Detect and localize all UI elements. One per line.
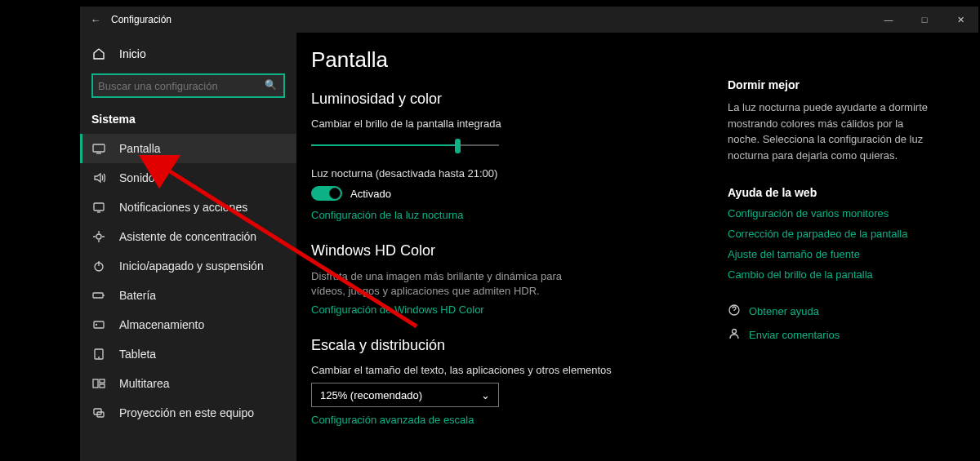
sidebar-item-inicio-apagado[interactable]: Inicio/apagado y suspensión: [80, 251, 296, 281]
scale-section: Escala y distribución Cambiar el tamaño …: [311, 337, 728, 426]
tablet-icon: [91, 348, 106, 361]
get-help-link[interactable]: Obtener ayuda: [728, 304, 932, 319]
advanced-scale-link[interactable]: Configuración avanzada de escala: [311, 414, 728, 426]
sidebar-item-tableta[interactable]: Tableta: [80, 339, 296, 369]
night-light-label: Luz nocturna (desactivada hasta 21:00): [311, 167, 728, 180]
maximize-button[interactable]: □: [906, 7, 942, 33]
search-input[interactable]: [91, 73, 285, 98]
svg-rect-8: [93, 379, 98, 388]
sleep-heading: Dormir mejor: [728, 78, 932, 91]
settings-window: ← Configuración ― □ ✕ Inicio 🔍 Sistema: [80, 7, 978, 461]
svg-point-6: [96, 325, 97, 326]
svg-point-2: [96, 234, 101, 239]
sidebar-item-notificaciones[interactable]: Notificaciones y acciones: [80, 193, 296, 222]
web-help-link-3[interactable]: Cambio del brillo de la pantalla: [728, 268, 932, 281]
night-light-settings-link[interactable]: Configuración de la luz nocturna: [311, 209, 728, 221]
help-icon: [728, 304, 741, 319]
sidebar-item-label: Proyección en este equipo: [119, 406, 254, 419]
main-content: Pantalla Luminosidad y color Cambiar el …: [296, 33, 978, 461]
window-title: Configuración: [111, 14, 172, 25]
sidebar-item-concentracion[interactable]: Asistente de concentración: [80, 222, 296, 251]
brightness-section: Luminosidad y color Cambiar el brillo de…: [311, 91, 728, 221]
svg-point-14: [733, 330, 737, 334]
chevron-down-icon: ⌄: [481, 389, 490, 401]
aside: Dormir mejor La luz nocturna puede ayuda…: [728, 47, 940, 461]
svg-rect-1: [94, 203, 104, 211]
sidebar-item-sonido[interactable]: Sonido: [80, 163, 296, 193]
get-help-label: Obtener ayuda: [749, 305, 819, 317]
hdcolor-settings-link[interactable]: Configuración de Windows HD Color: [311, 304, 728, 316]
feedback-link[interactable]: Enviar comentarios: [728, 327, 932, 343]
toggle-state-label: Activado: [350, 188, 391, 200]
sidebar-item-proyeccion[interactable]: Proyección en este equipo: [80, 398, 296, 428]
close-button[interactable]: ✕: [942, 7, 978, 33]
power-icon: [91, 259, 106, 273]
display-icon: [91, 142, 106, 155]
focus-icon: [91, 230, 106, 243]
sidebar-item-label: Sonido: [119, 171, 155, 184]
svg-rect-10: [100, 384, 105, 388]
project-icon: [91, 406, 106, 419]
svg-rect-9: [100, 379, 105, 383]
minimize-button[interactable]: ―: [871, 7, 906, 33]
sidebar-item-multitarea[interactable]: Multitarea: [80, 369, 296, 398]
sidebar-item-label: Notificaciones y acciones: [119, 201, 247, 214]
back-button[interactable]: ←: [80, 14, 111, 26]
hdcolor-desc: Disfruta de una imagen más brillante y d…: [311, 269, 589, 299]
night-light-toggle[interactable]: [311, 186, 342, 201]
search-icon: 🔍: [265, 79, 277, 91]
web-help-heading: Ayuda de la web: [728, 186, 932, 199]
titlebar: ← Configuración ― □ ✕: [80, 7, 978, 33]
home-icon: [91, 47, 106, 60]
web-help-link-1[interactable]: Corrección de parpadeo de la pantalla: [728, 228, 932, 240]
notifications-icon: [91, 201, 106, 214]
web-help-link-2[interactable]: Ajuste del tamaño de fuente: [728, 248, 932, 260]
web-help-link-0[interactable]: Configuración de varios monitores: [728, 207, 932, 219]
sidebar: Inicio 🔍 Sistema Pantalla Sonido Notific…: [80, 33, 296, 461]
scale-dropdown[interactable]: 125% (recomendado) ⌄: [311, 383, 499, 407]
sidebar-item-almacenamiento[interactable]: Almacenamiento: [80, 310, 296, 339]
hdcolor-section: Windows HD Color Disfruta de una imagen …: [311, 242, 728, 316]
sound-icon: [91, 171, 106, 184]
storage-icon: [91, 318, 106, 331]
home-nav[interactable]: Inicio: [80, 41, 296, 67]
feedback-label: Enviar comentarios: [749, 329, 840, 341]
battery-icon: [91, 289, 106, 302]
svg-rect-4: [93, 293, 103, 298]
sidebar-item-label: Asistente de concentración: [119, 230, 256, 243]
sidebar-item-label: Tableta: [119, 348, 156, 361]
sidebar-item-label: Inicio/apagado y suspensión: [119, 259, 264, 273]
sleep-text: La luz nocturna puede ayudarte a dormirt…: [728, 100, 932, 163]
sidebar-item-label: Multitarea: [119, 377, 169, 390]
sidebar-item-pantalla[interactable]: Pantalla: [80, 134, 296, 163]
brightness-slider-label: Cambiar el brillo de la pantalla integra…: [311, 117, 728, 130]
feedback-icon: [728, 327, 741, 343]
section-label: Sistema: [80, 103, 296, 134]
brightness-slider[interactable]: [311, 136, 499, 154]
hdcolor-heading: Windows HD Color: [311, 242, 728, 259]
sidebar-item-label: Batería: [119, 289, 156, 302]
scale-heading: Escala y distribución: [311, 337, 728, 354]
svg-rect-5: [94, 321, 104, 328]
sidebar-item-label: Almacenamiento: [119, 318, 204, 331]
sidebar-item-bateria[interactable]: Batería: [80, 281, 296, 310]
page-title: Pantalla: [311, 47, 728, 73]
scale-label: Cambiar el tamaño del texto, las aplicac…: [311, 364, 728, 376]
svg-rect-0: [93, 144, 105, 152]
multitask-icon: [91, 377, 106, 390]
brightness-heading: Luminosidad y color: [311, 91, 728, 108]
home-label: Inicio: [119, 47, 146, 60]
scale-value: 125% (recomendado): [320, 389, 422, 401]
sidebar-item-label: Pantalla: [119, 142, 161, 155]
